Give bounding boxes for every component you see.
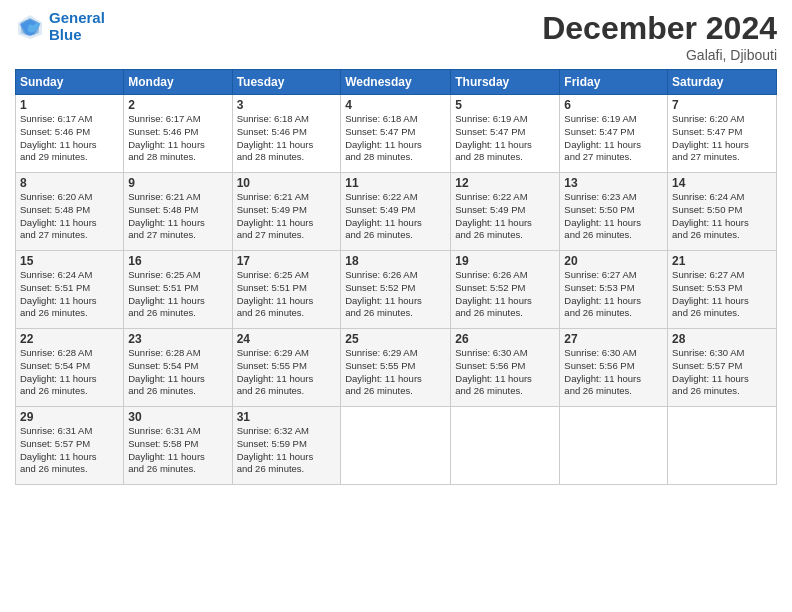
calendar-week-4: 29Sunrise: 6:31 AMSunset: 5:57 PMDayligh… <box>16 407 777 485</box>
day-detail: Sunrise: 6:20 AMSunset: 5:47 PMDaylight:… <box>672 113 749 162</box>
day-cell-w1-4: 12Sunrise: 6:22 AMSunset: 5:49 PMDayligh… <box>451 173 560 251</box>
day-number: 13 <box>564 176 663 190</box>
col-sunday: Sunday <box>16 70 124 95</box>
day-number: 21 <box>672 254 772 268</box>
day-cell-w2-5: 20Sunrise: 6:27 AMSunset: 5:53 PMDayligh… <box>560 251 668 329</box>
col-friday: Friday <box>560 70 668 95</box>
day-number: 30 <box>128 410 227 424</box>
day-detail: Sunrise: 6:18 AMSunset: 5:46 PMDaylight:… <box>237 113 314 162</box>
day-cell-w1-5: 13Sunrise: 6:23 AMSunset: 5:50 PMDayligh… <box>560 173 668 251</box>
day-number: 22 <box>20 332 119 346</box>
day-detail: Sunrise: 6:22 AMSunset: 5:49 PMDaylight:… <box>345 191 422 240</box>
day-number: 28 <box>672 332 772 346</box>
col-wednesday: Wednesday <box>341 70 451 95</box>
day-number: 11 <box>345 176 446 190</box>
col-tuesday: Tuesday <box>232 70 341 95</box>
day-cell-w4-4 <box>451 407 560 485</box>
day-detail: Sunrise: 6:17 AMSunset: 5:46 PMDaylight:… <box>20 113 97 162</box>
col-saturday: Saturday <box>668 70 777 95</box>
day-detail: Sunrise: 6:27 AMSunset: 5:53 PMDaylight:… <box>564 269 641 318</box>
day-cell-w3-2: 24Sunrise: 6:29 AMSunset: 5:55 PMDayligh… <box>232 329 341 407</box>
calendar-week-3: 22Sunrise: 6:28 AMSunset: 5:54 PMDayligh… <box>16 329 777 407</box>
day-number: 18 <box>345 254 446 268</box>
day-cell-w4-1: 30Sunrise: 6:31 AMSunset: 5:58 PMDayligh… <box>124 407 232 485</box>
day-detail: Sunrise: 6:30 AMSunset: 5:56 PMDaylight:… <box>564 347 641 396</box>
day-cell-w0-1: 2Sunrise: 6:17 AMSunset: 5:46 PMDaylight… <box>124 95 232 173</box>
day-detail: Sunrise: 6:18 AMSunset: 5:47 PMDaylight:… <box>345 113 422 162</box>
day-cell-w0-6: 7Sunrise: 6:20 AMSunset: 5:47 PMDaylight… <box>668 95 777 173</box>
day-number: 6 <box>564 98 663 112</box>
day-number: 8 <box>20 176 119 190</box>
day-cell-w3-5: 27Sunrise: 6:30 AMSunset: 5:56 PMDayligh… <box>560 329 668 407</box>
day-cell-w1-2: 10Sunrise: 6:21 AMSunset: 5:49 PMDayligh… <box>232 173 341 251</box>
day-detail: Sunrise: 6:20 AMSunset: 5:48 PMDaylight:… <box>20 191 97 240</box>
logo-line1: General <box>49 10 105 27</box>
day-number: 12 <box>455 176 555 190</box>
day-detail: Sunrise: 6:28 AMSunset: 5:54 PMDaylight:… <box>20 347 97 396</box>
day-cell-w0-4: 5Sunrise: 6:19 AMSunset: 5:47 PMDaylight… <box>451 95 560 173</box>
day-cell-w4-3 <box>341 407 451 485</box>
logo-text-block: General Blue <box>49 10 105 43</box>
day-cell-w1-1: 9Sunrise: 6:21 AMSunset: 5:48 PMDaylight… <box>124 173 232 251</box>
calendar-page: General Blue December 2024 Galafi, Djibo… <box>0 0 792 612</box>
day-number: 4 <box>345 98 446 112</box>
day-number: 25 <box>345 332 446 346</box>
day-cell-w2-3: 18Sunrise: 6:26 AMSunset: 5:52 PMDayligh… <box>341 251 451 329</box>
day-detail: Sunrise: 6:22 AMSunset: 5:49 PMDaylight:… <box>455 191 532 240</box>
day-detail: Sunrise: 6:28 AMSunset: 5:54 PMDaylight:… <box>128 347 205 396</box>
day-number: 14 <box>672 176 772 190</box>
day-cell-w1-6: 14Sunrise: 6:24 AMSunset: 5:50 PMDayligh… <box>668 173 777 251</box>
day-cell-w2-4: 19Sunrise: 6:26 AMSunset: 5:52 PMDayligh… <box>451 251 560 329</box>
day-cell-w2-1: 16Sunrise: 6:25 AMSunset: 5:51 PMDayligh… <box>124 251 232 329</box>
day-detail: Sunrise: 6:21 AMSunset: 5:49 PMDaylight:… <box>237 191 314 240</box>
day-number: 17 <box>237 254 337 268</box>
day-cell-w2-0: 15Sunrise: 6:24 AMSunset: 5:51 PMDayligh… <box>16 251 124 329</box>
logo-icon <box>15 12 45 42</box>
day-detail: Sunrise: 6:23 AMSunset: 5:50 PMDaylight:… <box>564 191 641 240</box>
calendar-table: Sunday Monday Tuesday Wednesday Thursday… <box>15 69 777 485</box>
day-number: 24 <box>237 332 337 346</box>
day-number: 23 <box>128 332 227 346</box>
day-cell-w3-3: 25Sunrise: 6:29 AMSunset: 5:55 PMDayligh… <box>341 329 451 407</box>
day-detail: Sunrise: 6:25 AMSunset: 5:51 PMDaylight:… <box>128 269 205 318</box>
day-cell-w0-3: 4Sunrise: 6:18 AMSunset: 5:47 PMDaylight… <box>341 95 451 173</box>
calendar-header-row: Sunday Monday Tuesday Wednesday Thursday… <box>16 70 777 95</box>
day-detail: Sunrise: 6:24 AMSunset: 5:51 PMDaylight:… <box>20 269 97 318</box>
day-cell-w3-6: 28Sunrise: 6:30 AMSunset: 5:57 PMDayligh… <box>668 329 777 407</box>
col-monday: Monday <box>124 70 232 95</box>
day-number: 5 <box>455 98 555 112</box>
day-detail: Sunrise: 6:21 AMSunset: 5:48 PMDaylight:… <box>128 191 205 240</box>
day-number: 19 <box>455 254 555 268</box>
calendar-week-1: 8Sunrise: 6:20 AMSunset: 5:48 PMDaylight… <box>16 173 777 251</box>
day-number: 15 <box>20 254 119 268</box>
day-number: 10 <box>237 176 337 190</box>
day-number: 27 <box>564 332 663 346</box>
day-detail: Sunrise: 6:27 AMSunset: 5:53 PMDaylight:… <box>672 269 749 318</box>
day-detail: Sunrise: 6:26 AMSunset: 5:52 PMDaylight:… <box>455 269 532 318</box>
day-number: 31 <box>237 410 337 424</box>
day-cell-w4-6 <box>668 407 777 485</box>
day-cell-w2-2: 17Sunrise: 6:25 AMSunset: 5:51 PMDayligh… <box>232 251 341 329</box>
day-cell-w0-5: 6Sunrise: 6:19 AMSunset: 5:47 PMDaylight… <box>560 95 668 173</box>
day-detail: Sunrise: 6:19 AMSunset: 5:47 PMDaylight:… <box>455 113 532 162</box>
day-detail: Sunrise: 6:17 AMSunset: 5:46 PMDaylight:… <box>128 113 205 162</box>
day-number: 16 <box>128 254 227 268</box>
day-detail: Sunrise: 6:32 AMSunset: 5:59 PMDaylight:… <box>237 425 314 474</box>
logo: General Blue <box>15 10 105 43</box>
col-thursday: Thursday <box>451 70 560 95</box>
day-number: 26 <box>455 332 555 346</box>
day-cell-w3-4: 26Sunrise: 6:30 AMSunset: 5:56 PMDayligh… <box>451 329 560 407</box>
day-cell-w4-5 <box>560 407 668 485</box>
day-cell-w4-2: 31Sunrise: 6:32 AMSunset: 5:59 PMDayligh… <box>232 407 341 485</box>
day-cell-w0-2: 3Sunrise: 6:18 AMSunset: 5:46 PMDaylight… <box>232 95 341 173</box>
day-number: 9 <box>128 176 227 190</box>
day-number: 20 <box>564 254 663 268</box>
day-cell-w1-3: 11Sunrise: 6:22 AMSunset: 5:49 PMDayligh… <box>341 173 451 251</box>
title-block: December 2024 Galafi, Djibouti <box>542 10 777 63</box>
day-detail: Sunrise: 6:26 AMSunset: 5:52 PMDaylight:… <box>345 269 422 318</box>
logo-line2: Blue <box>49 27 105 44</box>
day-detail: Sunrise: 6:30 AMSunset: 5:56 PMDaylight:… <box>455 347 532 396</box>
day-detail: Sunrise: 6:31 AMSunset: 5:58 PMDaylight:… <box>128 425 205 474</box>
day-number: 1 <box>20 98 119 112</box>
day-number: 7 <box>672 98 772 112</box>
